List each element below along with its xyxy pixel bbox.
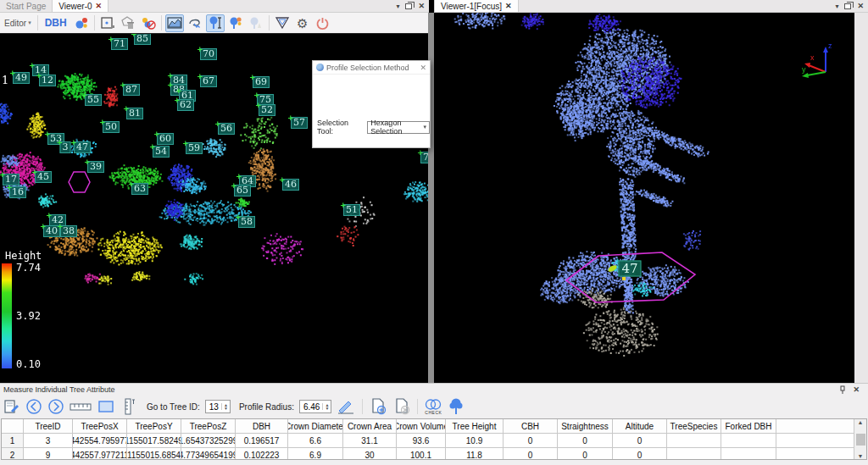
tree-label[interactable]: 47 [74,141,91,153]
selection-tool-label: Selection Tool: [317,119,364,136]
tree-label[interactable]: 62 [177,99,194,111]
spinner-arrows-icon[interactable]: ▲▼ [221,403,228,410]
point-cloud-icon[interactable] [72,14,91,32]
rectangle-tool-icon[interactable] [96,397,116,416]
row-number[interactable]: 1 [2,434,24,448]
previous-tree-icon[interactable] [25,397,43,416]
axis-triad-icon: z x y [800,38,839,80]
add-record-icon[interactable] [368,397,388,416]
tree-label[interactable]: 67 [200,75,217,87]
tree-label[interactable]: 51 [343,204,360,216]
tree-label[interactable]: 55 [85,94,102,106]
tree-label[interactable]: 50 [103,121,120,133]
polygon-delete-icon[interactable] [119,14,137,32]
minimize-icon[interactable]: ▾ [835,3,838,10]
profile-tool-icon[interactable] [165,14,184,32]
dbh-logo: DBH [42,17,70,29]
tree-tool-icon[interactable] [447,397,465,416]
selection-tool-combobox[interactable]: Hexagon Selection ▾ [367,121,430,134]
dialog-titlebar[interactable]: Profile Selection Method ✕ [313,61,430,75]
restore-icon[interactable] [844,3,851,9]
legend-mid: 3.92 [16,310,41,322]
row-number[interactable]: 2 [2,448,24,460]
column-header: DBH [236,419,288,434]
tree-label[interactable]: 39 [87,161,104,173]
tree-ruler-icon[interactable] [247,14,265,32]
tab-close-icon[interactable]: ✕ [505,2,512,10]
restore-icon[interactable] [405,3,412,9]
tree-label[interactable]: 54 [153,146,170,158]
table-cell: 11.8 [446,448,504,460]
tree-label[interactable]: 38 [60,225,77,237]
rect-select-icon[interactable] [98,14,117,32]
tree-label[interactable]: 3 [60,141,71,153]
scroll-down-icon[interactable]: ▼ [858,453,864,459]
table-cell: 442554.795977 [73,434,127,448]
table-row[interactable]: 13442554.7959771155017.582491.6543732529… [2,434,866,448]
tree-label[interactable]: 58 [238,216,255,228]
tree-label[interactable]: 45 [35,171,52,183]
tree-label[interactable]: 72 [420,152,428,163]
tree-label[interactable]: 59 [186,142,203,154]
tree-label[interactable]: 52 [259,104,275,116]
tree-points-icon[interactable] [226,14,245,32]
spinner-arrows-icon[interactable]: ▲▼ [322,403,329,410]
column-header: TreePosX [73,419,127,434]
tree-label[interactable]: 57 [291,117,308,129]
vertical-ruler-icon[interactable] [120,397,138,416]
filter-funnel-icon[interactable] [273,14,292,32]
scroll-thumb[interactable] [856,434,865,446]
tree-id-spinbox[interactable]: 13 ▲▼ [205,400,231,413]
check-tool-icon[interactable]: CHECK [423,397,443,416]
tree-label[interactable]: 71 [111,38,128,50]
tree-label[interactable]: 87 [123,84,140,96]
editor-menu[interactable]: Editor▾ [2,19,34,28]
points-delete-icon[interactable] [139,14,158,32]
remove-record-icon[interactable] [392,397,412,416]
tree-label[interactable]: 63 [131,183,148,195]
panel-close-icon[interactable]: ✕ [853,385,860,394]
tree-label[interactable]: 56 [218,123,235,135]
tab-viewer-0[interactable]: Viewer-0 ✕ [52,0,108,12]
tree-label[interactable]: 16 [9,186,26,198]
tree-label[interactable]: 46 [282,179,299,191]
tree-label[interactable]: 49 [13,72,30,84]
attribute-table: TreeIDTreePosXTreePosYTreePosZDBHCrown D… [1,418,867,460]
point-cloud-side-view[interactable] [434,13,854,383]
legend-min: 0.10 [16,358,41,370]
next-tree-icon[interactable] [47,397,65,416]
table-row[interactable]: 29442557.9772111155015.68544.77349654199… [2,448,866,460]
edit-attribute-icon[interactable] [3,397,21,416]
gear-icon[interactable]: ⚙ [293,14,312,32]
tree-label[interactable]: 69 [253,76,270,88]
close-icon[interactable]: ✕ [857,2,864,10]
tab-close-icon[interactable]: ✕ [96,2,103,10]
profile-radius-spinbox[interactable]: 6.46 ▲▼ [299,400,331,413]
tree-label[interactable]: 65 [234,185,251,197]
tree-measure-icon[interactable] [206,14,225,32]
lasso-select-icon[interactable] [186,14,204,32]
close-icon[interactable]: ✕ [418,2,425,10]
table-vertical-scrollbar[interactable]: ▲ ▼ [854,419,866,459]
column-header: Altitude [613,419,667,434]
tree-label[interactable]: 81 [126,108,143,119]
tab-viewer-1[interactable]: Viewer-1[Focus] ✕ [434,0,519,12]
tree-label[interactable]: 12 [39,75,56,86]
tab-start-page[interactable]: Start Page [0,0,52,12]
pin-icon[interactable] [839,385,846,394]
power-icon[interactable] [314,14,332,32]
viewer-1-canvas-area[interactable]: 47 z x y [434,13,854,383]
table-cell: 30 [343,448,397,460]
minimize-icon[interactable]: ▾ [396,3,399,10]
tree-label[interactable]: 70 [200,48,217,60]
tree-label[interactable]: 85 [134,34,151,45]
column-header: Straightness [558,419,613,434]
tree-label[interactable]: 60 [157,133,174,145]
right-gutter [854,13,868,383]
scroll-up-icon[interactable]: ▲ [858,419,864,425]
pencil-icon[interactable] [335,397,357,416]
table-cell: 1155015.6854 [127,448,181,460]
dialog-close-icon[interactable]: ✕ [420,64,426,72]
horizontal-ruler-icon[interactable] [69,397,92,416]
focus-tree-label[interactable]: 47 [618,261,641,277]
